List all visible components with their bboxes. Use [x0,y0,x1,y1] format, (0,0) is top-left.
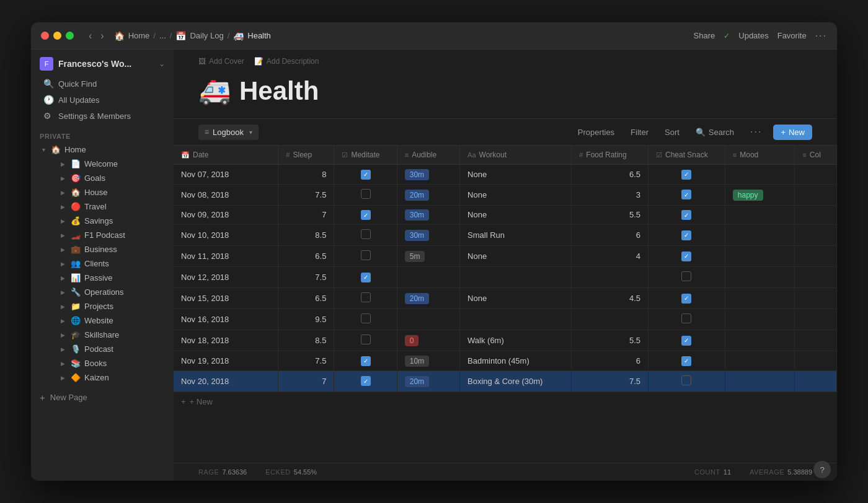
cell-meditate[interactable] [334,184,397,205]
search-button[interactable]: 🔍 Search [691,125,739,139]
cell-cheat-snack[interactable] [649,309,725,330]
new-record-button[interactable]: + New [773,125,812,140]
cell-meditate[interactable] [334,330,397,351]
col-workout[interactable]: AaWorkout [460,146,572,165]
cell-cheat-snack[interactable]: ✓ [649,288,725,309]
table-row[interactable]: Nov 09, 20187✓30mNone5.5✓ [174,205,837,225]
page-title[interactable]: Health [239,76,319,106]
checked-icon[interactable]: ✓ [361,273,371,282]
sidebar-item-travel[interactable]: ▶ 🔴 Travel [43,199,174,214]
checked-icon[interactable]: ✓ [681,230,691,240]
sidebar-item-kaizen[interactable]: ▶ 🔶 Kaizen [43,370,174,385]
col-food-rating[interactable]: #Food Rating [572,146,649,165]
checked-icon[interactable]: ✓ [361,356,371,366]
checked-icon[interactable]: ✓ [681,252,691,261]
table-row[interactable]: Nov 10, 20188.530mSmall Run6✓ [174,225,837,246]
table-row[interactable]: Nov 12, 20187.5✓ [174,267,837,288]
breadcrumb-dailylog[interactable]: Daily Log [190,31,223,40]
cell-meditate[interactable] [334,246,397,267]
share-button[interactable]: Share [694,31,715,40]
sidebar-item-home[interactable]: ▼ 🏠 Home [31,142,174,157]
sidebar-item-operations[interactable]: ▶ 🔧 Operations [43,285,174,299]
cell-cheat-snack[interactable]: ✓ [649,246,725,267]
new-page-button[interactable]: + New Page [31,387,174,408]
checked-icon[interactable]: ✓ [361,376,371,386]
more-db-options-button[interactable]: ··· [745,124,767,140]
unchecked-icon[interactable] [681,375,691,385]
more-options-button[interactable]: ··· [815,30,827,42]
cell-cheat-snack[interactable]: ✓ [649,184,725,205]
breadcrumb-home[interactable]: Home [128,31,150,40]
maximize-button[interactable] [66,32,74,40]
unchecked-icon[interactable] [361,250,371,260]
sidebar-item-website[interactable]: ▶ 🌐 Website [43,313,174,328]
table-row[interactable]: Nov 15, 20186.520mNone4.5✓ [174,288,837,309]
help-button[interactable]: ? [813,461,831,478]
checked-icon[interactable]: ✓ [681,170,691,180]
unchecked-icon[interactable] [681,313,691,323]
sidebar-item-house[interactable]: ▶ 🏠 House [43,185,174,199]
checked-icon[interactable]: ✓ [681,190,691,199]
properties-button[interactable]: Properties [573,125,619,139]
add-cover-button[interactable]: 🖼 Add Cover [198,57,244,66]
unchecked-icon[interactable] [361,292,371,302]
sidebar-quick-find[interactable]: 🔍 Quick Find [35,76,170,92]
sidebar-item-books[interactable]: ▶ 📚 Books [43,356,174,370]
add-description-button[interactable]: 📝 Add Description [254,57,319,66]
logbook-view-tab[interactable]: ≡ Logbook ▾ [198,125,259,140]
cell-cheat-snack[interactable]: ✓ [649,330,725,351]
checked-icon[interactable]: ✓ [361,170,371,180]
filter-button[interactable]: Filter [626,125,653,139]
col-mood[interactable]: ≡Mood [725,146,795,165]
sidebar-item-podcast[interactable]: ▶ 🎙️ Podcast [43,342,174,356]
table-row[interactable]: Nov 16, 20189.5 [174,309,837,330]
col-cheat-snack[interactable]: ☑Cheat Snack [649,146,725,165]
cell-meditate[interactable] [334,288,397,309]
checked-icon[interactable]: ✓ [681,356,691,366]
back-button[interactable]: ‹ [86,29,94,43]
sort-button[interactable]: Sort [660,125,684,139]
table-row[interactable]: Nov 07, 20188✓30mNone6.5✓ [174,165,837,185]
table-row[interactable]: Nov 08, 20187.520mNone3✓happy [174,184,837,205]
checked-icon[interactable]: ✓ [681,294,691,304]
cell-meditate[interactable]: ✓ [334,351,397,371]
cell-cheat-snack[interactable]: ✓ [649,351,725,371]
cell-meditate[interactable]: ✓ [334,370,397,391]
cell-meditate[interactable] [334,225,397,246]
sidebar-item-f1podcast[interactable]: ▶ 🏎️ F1 Podcast [43,228,174,242]
updates-button[interactable]: Updates [738,31,768,40]
unchecked-icon[interactable] [361,313,371,323]
unchecked-icon[interactable] [681,271,691,281]
col-extra[interactable]: ≡Col [795,146,837,165]
workspace-header[interactable]: F Francesco's Wo... ⌄ [31,50,174,76]
cell-cheat-snack[interactable] [649,267,725,288]
table-row[interactable]: Nov 19, 20187.5✓10mBadminton (45m)6✓ [174,351,837,371]
sidebar-item-projects[interactable]: ▶ 📁 Projects [43,299,174,313]
sidebar-item-skillshare[interactable]: ▶ 🎓 Skillshare [43,328,174,342]
col-sleep[interactable]: #Sleep [278,146,334,165]
forward-button[interactable]: › [98,29,106,43]
sidebar-item-goals[interactable]: ▶ 🎯 Goals [43,171,174,185]
sidebar-all-updates[interactable]: 🕐 All Updates [35,92,170,108]
sidebar-item-savings[interactable]: ▶ 💰 Savings [43,214,174,228]
sidebar-item-passive[interactable]: ▶ 📊 Passive [43,271,174,285]
close-button[interactable] [41,32,49,40]
unchecked-icon[interactable] [361,189,371,199]
breadcrumb-dots[interactable]: ... [159,31,166,40]
table-row[interactable]: Nov 11, 20186.55mNone4✓ [174,246,837,267]
cell-cheat-snack[interactable]: ✓ [649,165,725,185]
checked-icon[interactable]: ✓ [681,336,691,346]
cell-cheat-snack[interactable] [649,370,725,391]
unchecked-icon[interactable] [361,229,371,239]
cell-cheat-snack[interactable]: ✓ [649,225,725,246]
sidebar-settings[interactable]: ⚙ Settings & Members [35,108,170,124]
col-meditate[interactable]: ☑Meditate [334,146,397,165]
checked-icon[interactable]: ✓ [361,210,371,220]
cell-meditate[interactable] [334,309,397,330]
col-audible[interactable]: ≡Audible [397,146,459,165]
cell-meditate[interactable]: ✓ [334,267,397,288]
favorite-button[interactable]: Favorite [777,31,807,40]
sidebar-item-clients[interactable]: ▶ 👥 Clients [43,256,174,271]
table-row[interactable]: Nov 18, 20188.50Walk (6m)5.5✓ [174,330,837,351]
cell-cheat-snack[interactable]: ✓ [649,205,725,225]
